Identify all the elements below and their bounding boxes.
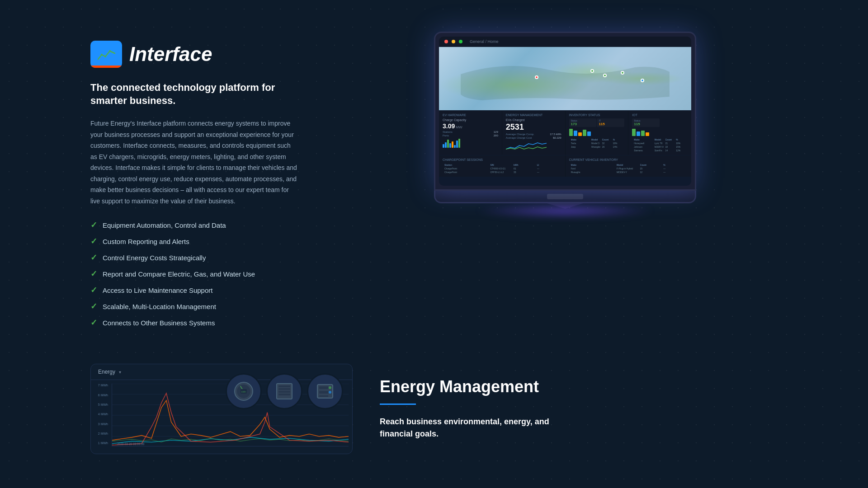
table-cell: 61	[514, 167, 536, 170]
table-cell: 14	[665, 149, 675, 152]
iot-title: IoT	[632, 113, 688, 117]
table-cell: —	[537, 167, 560, 170]
svg-point-25	[329, 391, 331, 394]
inventory-title: Inventory Status	[569, 113, 625, 117]
stations-row: Stations 129	[443, 131, 498, 133]
table-cell: 21	[665, 142, 675, 145]
inv-bar	[587, 131, 591, 136]
energy-meter-image: kWh	[226, 373, 262, 409]
dashboard-header: General / Home	[439, 37, 691, 47]
table-cell: SomFix	[655, 149, 665, 152]
chart-title: Energy	[98, 369, 115, 375]
svg-point-23	[329, 386, 331, 389]
col-header: S/N	[490, 164, 513, 166]
inv-bar	[583, 130, 586, 136]
equipment-svg-icon	[314, 380, 336, 403]
bar	[447, 140, 449, 148]
laptop-body	[434, 191, 696, 203]
avg-cost-label: Average Charge Cost	[506, 136, 532, 139]
chart-dropdown-icon[interactable]: ▾	[119, 370, 121, 375]
table-cell: —	[663, 171, 686, 174]
svg-rect-20	[278, 394, 290, 395]
col-header: Model	[655, 138, 665, 141]
inventory-bar-group	[569, 129, 625, 136]
table-cell: CT4000-V2-G1	[490, 167, 513, 170]
table-row: Make Model Count %	[632, 138, 688, 141]
stat-mini-value: 173	[571, 122, 595, 126]
svg-rect-24	[319, 391, 328, 394]
ev-hardware-title: EV Hardware	[443, 113, 498, 117]
table-row: Station S/N kWh LI	[443, 163, 561, 167]
iot-bar-group	[632, 129, 688, 136]
map-pin-4	[621, 71, 624, 75]
col-header: Model	[591, 138, 601, 141]
evs-charged-value: 2531	[506, 122, 561, 132]
energy-chart-panel: Energy ▾ 7 MWh 6 MWh 5 MWh 4 MWh 3 MWh 2…	[90, 364, 353, 454]
table-cell: M305Y-V	[655, 145, 665, 148]
y-label: 5 MWh	[94, 403, 108, 406]
table-row: Johnson M305Y-V 18 15%	[632, 145, 688, 149]
iot-bar	[641, 131, 645, 136]
table-cell: 32	[602, 142, 612, 145]
list-item: ✓ Scalable, Multi-Location Management	[90, 301, 316, 311]
close-window-dot	[444, 40, 448, 43]
feature-label: Access to Live Maintenance Support	[103, 286, 212, 294]
map-pin-1	[535, 75, 538, 79]
bottom-section: Energy ▾ 7 MWh 6 MWh 5 MWh 4 MWh 3 MWh 2…	[0, 355, 868, 472]
stat-box: Status 115	[632, 118, 660, 127]
ev-hardware-panel: EV Hardware Charge Capacity 3.09 MW Stat…	[439, 111, 502, 155]
table-cell: Johnson	[634, 145, 654, 148]
laptop-screen-wrapper: General / Home	[434, 32, 696, 191]
table-cell: 18%	[613, 142, 623, 145]
inv-bar	[569, 129, 573, 136]
checkmark-icon: ✓	[90, 220, 97, 230]
table-cell: 15%	[676, 145, 686, 148]
checkmark-icon: ✓	[90, 253, 97, 263]
charge-val: 3.09	[443, 122, 455, 130]
chargepoint-panel: ChargePoint Sessions Station S/N kWh LI …	[439, 155, 565, 177]
current-vehicle-title: Current Vehicle Inventory	[569, 158, 688, 161]
checkmark-icon: ✓	[90, 301, 97, 311]
iot-bar	[632, 129, 636, 136]
y-label: 6 MWh	[94, 394, 108, 397]
checkmark-icon: ✓	[90, 318, 97, 328]
bar	[445, 142, 447, 148]
avg-comp-label: Average Charge Comp.	[506, 133, 534, 136]
dashboard-map	[439, 47, 691, 110]
logo-area: Interface	[90, 41, 316, 68]
col-header: Count	[602, 138, 612, 141]
map-pin-2	[590, 69, 594, 73]
page-wrapper: Interface The connected technology platf…	[0, 0, 868, 488]
laptop-screen: General / Home	[439, 37, 691, 186]
iot-bars	[632, 129, 688, 136]
avg-cost-row: Average Charge Cost $0.229	[506, 136, 561, 139]
table-cell: ChargePoint	[444, 171, 489, 174]
list-item: ✓ Connects to Other Business Systems	[90, 318, 316, 328]
chart-line-icon	[96, 47, 117, 62]
table-cell: CPF50-L1-L2	[490, 171, 513, 174]
iot-bar	[637, 131, 640, 136]
feature-label: Report and Compare Electric, Gas, and Wa…	[103, 270, 255, 278]
table-row: Jeep Wrangler 26 14%	[569, 145, 625, 149]
bar	[443, 144, 444, 148]
list-item: ✓ Access to Live Maintenance Support	[90, 285, 316, 295]
energy-divider	[380, 404, 416, 405]
table-row: Tesla Model 3 32 18%	[569, 141, 625, 145]
svg-text:2023-03-20 08:00:00: 2023-03-20 08:00:00	[117, 442, 145, 446]
avg-comp-val: 17.5 kWh	[550, 133, 561, 136]
col-header: %	[663, 164, 686, 166]
svg-rect-19	[278, 391, 290, 393]
ports-val: 200	[494, 134, 498, 137]
table-cell: 18	[665, 145, 675, 148]
table-cell: —	[537, 171, 560, 174]
inv-bar	[578, 132, 582, 136]
hero-tagline: The connected technology platform for sm…	[90, 81, 298, 107]
checkmark-icon: ✓	[90, 285, 97, 295]
table-cell: Jeep	[571, 145, 591, 148]
map-pin-3	[603, 74, 607, 77]
col-header: LI	[537, 164, 560, 166]
checkmark-icon: ✓	[90, 236, 97, 246]
table-cell: 33	[514, 171, 536, 174]
laptop-trackpad	[547, 194, 583, 199]
current-vehicle-panel: Current Vehicle Inventory Make Model Cou…	[566, 155, 692, 177]
